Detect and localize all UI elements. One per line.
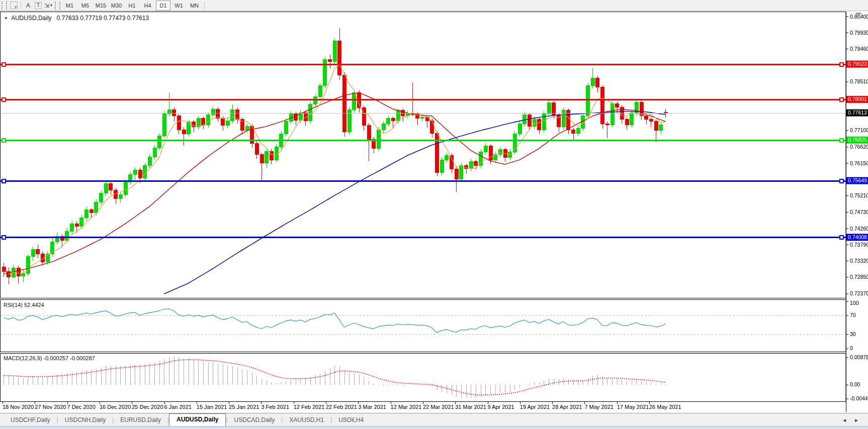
- tab-scroll-right-icon[interactable]: ►: [854, 417, 859, 423]
- chart-tab-usoil[interactable]: USOil,H4: [332, 414, 370, 426]
- symbol-period-label: AUDUSD,Daily: [11, 15, 52, 22]
- candle-body: [36, 249, 40, 254]
- line-handle[interactable]: [840, 98, 843, 101]
- line-handle[interactable]: [2, 236, 6, 239]
- candle-body: [576, 129, 580, 134]
- mt4-window: F A T ⇲▾ M1M5M15M30H1H4D1W1MN 0.804000.7…: [0, 0, 868, 429]
- candle-body: [455, 169, 458, 179]
- line-handle[interactable]: [840, 139, 843, 142]
- candle-body: [630, 113, 634, 125]
- timeframe-button-m30[interactable]: M30: [109, 1, 124, 11]
- line-handle[interactable]: [2, 63, 6, 66]
- svg-text:19 Apr 2021: 19 Apr 2021: [520, 404, 550, 410]
- chart-title: ▼ AUDUSD,Daily 0.77633 0.77719 0.77473 0…: [4, 15, 149, 22]
- svg-text:100: 100: [850, 300, 859, 306]
- chart-tab-eurusd[interactable]: EURUSD,Daily: [114, 414, 167, 426]
- svg-text:7 Dec 2020: 7 Dec 2020: [67, 404, 96, 410]
- candle-body: [207, 115, 210, 125]
- svg-text:26 May 2021: 26 May 2021: [649, 404, 681, 410]
- line-handle[interactable]: [840, 179, 843, 183]
- timeframe-button-w1[interactable]: W1: [171, 1, 186, 11]
- candle-body: [138, 170, 142, 178]
- candle-body: [625, 120, 629, 125]
- svg-text:3 Mar 2021: 3 Mar 2021: [358, 404, 386, 410]
- one-click-trading-arrow-icon[interactable]: ▼: [4, 16, 8, 21]
- svg-text:22 Feb 2021: 22 Feb 2021: [326, 404, 357, 410]
- candle-body: [484, 146, 487, 152]
- chart-tab-usdcnh[interactable]: USDCNH,Daily: [58, 414, 112, 426]
- candle-body: [221, 119, 225, 126]
- candle-body: [162, 114, 166, 136]
- candle-body: [95, 202, 98, 213]
- svg-text:0.76825: 0.76825: [848, 137, 867, 143]
- main-chart-panel[interactable]: [1, 12, 846, 298]
- candle-body: [362, 108, 366, 125]
- candle-body: [664, 112, 667, 113]
- candle-body: [528, 115, 531, 127]
- timeframe-button-d1[interactable]: D1: [156, 1, 170, 11]
- timeframe-button-h1[interactable]: H1: [125, 1, 139, 11]
- chart-canvas[interactable]: 0.804000.799300.794600.785100.771000.766…: [0, 11, 868, 413]
- svg-text:0.72850: 0.72850: [850, 274, 868, 280]
- tab-scroll-left-icon[interactable]: ◄: [842, 417, 847, 423]
- rsi-panel[interactable]: [1, 300, 846, 352]
- candle-body: [489, 146, 492, 160]
- svg-text:0: 0: [850, 345, 853, 351]
- svg-text:0.72370: 0.72370: [850, 290, 868, 296]
- line-handle[interactable]: [2, 139, 6, 142]
- candle-body: [70, 224, 74, 231]
- chart-tab-audusd[interactable]: AUDUSD,Daily: [169, 413, 226, 426]
- candle-body: [440, 160, 444, 172]
- svg-text:0.76620: 0.76620: [850, 144, 868, 150]
- charts-grid-icon[interactable]: F: [9, 1, 19, 10]
- line-studies-icon[interactable]: ⇲▾: [43, 1, 53, 10]
- candle-body: [109, 184, 113, 190]
- dropdown-arrow-icon[interactable]: ▾: [50, 3, 52, 8]
- candle-body: [260, 155, 264, 163]
- candle-body: [158, 136, 161, 148]
- candle-body: [182, 130, 186, 134]
- line-handle[interactable]: [840, 63, 843, 66]
- candle-body: [90, 210, 93, 212]
- candle-body: [596, 78, 599, 87]
- timeframe-button-m1[interactable]: M1: [62, 1, 77, 11]
- svg-text:0.77613: 0.77613: [848, 110, 867, 116]
- line-handle[interactable]: [2, 179, 6, 183]
- chart-tab-usdchf[interactable]: USDCHF,Daily: [4, 414, 57, 426]
- candle-body: [22, 273, 25, 276]
- candle-body: [616, 103, 619, 107]
- svg-text:0.73790: 0.73790: [850, 242, 868, 248]
- timeframe-button-mn[interactable]: MN: [187, 1, 202, 11]
- candle-body: [377, 130, 380, 148]
- timeframe-button-m15[interactable]: M15: [94, 1, 108, 11]
- toolbar-grip[interactable]: [2, 2, 7, 10]
- candle-body: [611, 103, 614, 125]
- toolbar-separator: [204, 2, 205, 10]
- candle-body: [85, 210, 89, 218]
- candle-body: [518, 124, 522, 134]
- macd-indicator-label: MACD(12,26,9) -0.000257 -0.000287: [4, 355, 95, 361]
- candle-body: [192, 122, 196, 127]
- window-bottom-strip: [0, 426, 868, 429]
- candle-body: [659, 125, 663, 131]
- toolbar-separator: [21, 2, 21, 10]
- line-handle[interactable]: [2, 98, 6, 101]
- text-box-icon[interactable]: T: [33, 1, 43, 10]
- candle-body: [323, 59, 327, 85]
- macd-panel[interactable]: [1, 354, 846, 402]
- candle-body: [586, 85, 590, 116]
- toolbar: F A T ⇲▾ M1M5M15M30H1H4D1W1MN: [0, 0, 868, 11]
- text-label-icon[interactable]: A: [23, 1, 33, 10]
- toolbar-grip[interactable]: [55, 2, 60, 10]
- chart-tab-xauusd[interactable]: XAUUSD,H1: [283, 414, 330, 426]
- chart-tab-usdcad[interactable]: USDCAD,Daily: [228, 414, 282, 426]
- timeframe-button-h4[interactable]: H4: [140, 1, 155, 11]
- svg-text:30: 30: [850, 331, 856, 337]
- candle-body: [547, 103, 551, 114]
- candle-body: [460, 166, 463, 179]
- line-handle[interactable]: [840, 236, 843, 239]
- candle-body: [172, 110, 176, 116]
- chart-tabbar: USDCHF,Daily|USDCNH,Daily|EURUSD,Daily|A…: [0, 413, 868, 426]
- svg-text:28 Apr 2021: 28 Apr 2021: [552, 404, 582, 410]
- timeframe-button-m5[interactable]: M5: [78, 1, 93, 11]
